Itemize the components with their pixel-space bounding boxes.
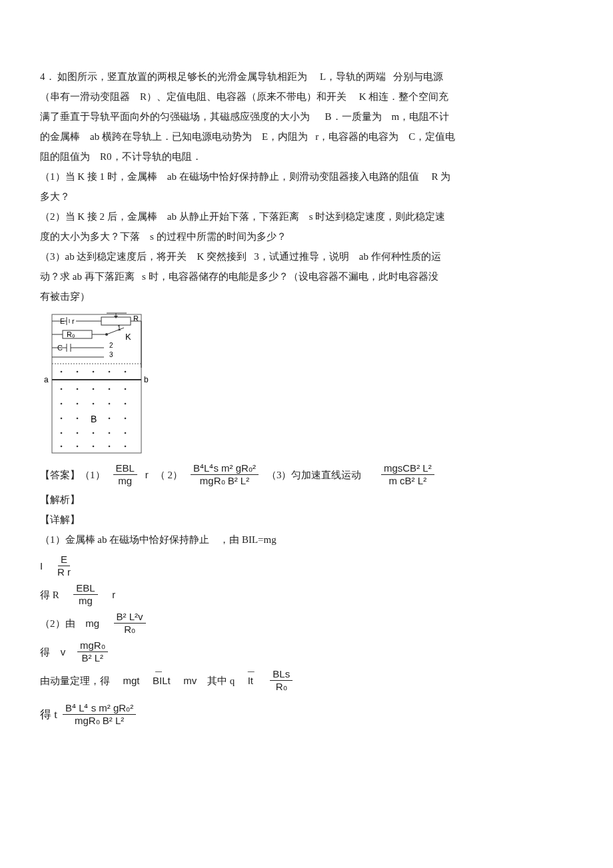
text: （2）当 K 接 2 后，金属棒 <box>40 211 157 222</box>
text: B．一质量为 <box>325 111 382 122</box>
svg-point-34 <box>61 403 63 405</box>
text: （3）ab 达到稳定速度后，将开关 <box>40 251 187 262</box>
answer-p2: （ 2） <box>155 465 183 485</box>
text: 动？求 ab 再下落距离 <box>40 271 135 282</box>
text: m，电阻不计 <box>392 111 450 122</box>
svg-point-36 <box>93 403 95 405</box>
text: mv <box>183 673 197 689</box>
svg-point-39 <box>61 418 63 420</box>
frac-t: B⁴ L⁴ s m² gR₀² mgR₀ B² L² <box>63 702 136 727</box>
svg-point-25 <box>77 371 79 373</box>
svg-point-29 <box>61 388 63 390</box>
svg-point-50 <box>93 446 95 448</box>
eq-v: 得 v mgR₀ B² L² <box>40 640 573 664</box>
svg-line-15 <box>107 328 124 334</box>
label-a: a <box>44 375 49 384</box>
text: ab 从静止开始下落，下落距离 <box>167 211 299 222</box>
text: 的金属棒 <box>40 131 80 142</box>
svg-point-51 <box>109 446 111 448</box>
circuit-svg: E r R R₀ K 1 2 3 C a b B <box>40 310 153 457</box>
text: s 的过程中所需的时间为多少？ <box>150 231 287 242</box>
a1-tail: r <box>145 465 149 485</box>
text: R）、定值电阻、电容器（原来不带电）和开关 <box>140 91 346 102</box>
label-2: 2 <box>109 342 113 349</box>
svg-point-48 <box>61 446 63 448</box>
text: 度的大小为多大？下落 <box>40 231 140 242</box>
field-dots <box>61 371 127 448</box>
text: r，电容器的电容为 <box>315 131 398 142</box>
text: ab 作何种性质的运 <box>359 251 441 262</box>
var-v: v <box>61 644 66 660</box>
text: L，导轨的两端 <box>320 71 386 82</box>
label-3: 3 <box>109 351 113 358</box>
frac-v: mgR₀ B² L² <box>77 640 108 664</box>
svg-point-33 <box>125 388 127 390</box>
answer-p3: （3）匀加速直线运动 <box>267 465 362 485</box>
frac-a3: mgsCB² L² m cB² L² <box>381 462 434 487</box>
text: （2）由 <box>40 616 75 632</box>
text: 满了垂直于导轨平面向外的匀强磁场，其磁感应强度的大小为 <box>40 111 310 122</box>
svg-point-31 <box>93 388 95 390</box>
svg-point-38 <box>125 403 127 405</box>
svg-point-43 <box>61 432 63 434</box>
svg-point-41 <box>109 418 111 420</box>
svg-point-37 <box>109 403 111 405</box>
label-K: K <box>125 332 131 342</box>
svg-point-46 <box>109 432 111 434</box>
text: （1）当 K 接 1 时，金属棒 <box>40 171 157 182</box>
eq-I: I E R r <box>40 554 573 578</box>
frac-I: E R r <box>55 554 73 578</box>
problem-number: 4． <box>40 71 55 82</box>
text: C，定值电 <box>408 131 455 142</box>
text: 由动量定理，得 <box>40 673 110 689</box>
svg-point-32 <box>109 388 111 390</box>
svg-point-24 <box>61 371 63 373</box>
frac-mg: B² L²v R₀ <box>114 611 146 636</box>
text: 有被击穿） <box>40 291 90 302</box>
svg-point-35 <box>77 403 79 405</box>
solution-step1: （1）金属棒 ab 在磁场中恰好保持静止 ，由 BIL=mg <box>40 530 573 550</box>
eq-impulse: 由动量定理，得 mgt — BILt mv 其中 q — It BLs R₀ <box>40 668 573 693</box>
text: R 为 <box>432 171 451 182</box>
svg-point-30 <box>77 388 79 390</box>
text: mg <box>85 616 99 632</box>
svg-point-26 <box>93 371 95 373</box>
solution-jiexi: 【解析】 <box>40 490 573 510</box>
svg-point-27 <box>109 371 111 373</box>
label-b: b <box>144 375 149 384</box>
var-I: I <box>40 558 43 574</box>
answer-label: 【答案】（1） <box>40 465 105 485</box>
svg-point-49 <box>77 446 79 448</box>
svg-point-45 <box>93 432 95 434</box>
text: K 突然接到 <box>197 251 247 262</box>
text: 阻的阻值为 <box>40 151 90 162</box>
frac-a1: EBL mg <box>113 462 137 487</box>
text: E，内阻为 <box>262 131 308 142</box>
text: ab 在磁场中恰好保持静止，则滑动变阻器接入电路的阻值 <box>167 171 419 182</box>
eq-R: 得 R EBL mg r <box>40 582 573 607</box>
text: R0，不计导轨的电阻． <box>100 151 202 162</box>
solution-xiangjie: 【详解】 <box>40 510 573 530</box>
circuit-diagram: E r R R₀ K 1 2 3 C a b B <box>40 310 573 457</box>
svg-point-40 <box>77 418 79 420</box>
text: 其中 q <box>207 673 235 689</box>
text: 3，试通过推导，说明 <box>254 251 349 262</box>
label-B: B <box>91 414 97 424</box>
svg-point-44 <box>77 432 79 434</box>
svg-point-42 <box>125 418 127 420</box>
problem-statement: 4． 如图所示，竖直放置的两根足够长的光滑金属导轨相距为 L，导轨的两端 分别与… <box>40 67 573 306</box>
frac-q: BLs R₀ <box>270 668 293 693</box>
text: s 时，电容器储存的电能是多少？（设电容器不漏电，此时电容器没 <box>142 271 438 282</box>
label-r: r <box>72 317 75 325</box>
text: ab 横跨在导轨上．已知电源电动势为 <box>90 131 252 142</box>
text: 多大？ <box>40 191 70 202</box>
text: 得 <box>40 644 50 660</box>
text: 得 t <box>40 705 57 723</box>
text: r <box>112 587 115 603</box>
text: K 相连．整个空间充 <box>359 91 449 102</box>
text: s 时达到稳定速度，则此稳定速 <box>309 211 446 222</box>
frac-a2: B⁴L⁴s m² gR₀² mgR₀ B² L² <box>191 462 259 487</box>
eq-mg: （2）由 mg B² L²v R₀ <box>40 611 573 636</box>
text: （1）金属棒 ab 在磁场中恰好保持静止 <box>40 534 209 545</box>
text: mgt <box>123 673 140 689</box>
